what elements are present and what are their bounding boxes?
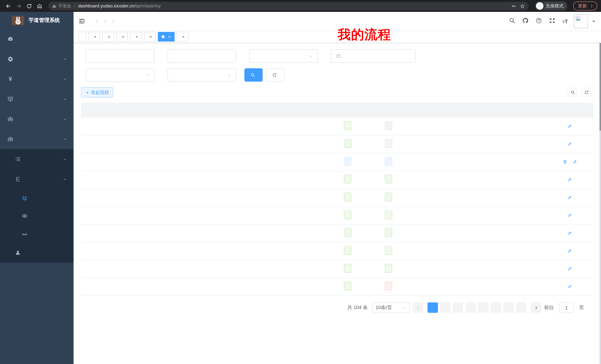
search-icon[interactable]: [509, 18, 516, 25]
sidebar-item-1[interactable]: [0, 49, 74, 69]
filter-input[interactable]: [86, 49, 155, 63]
filter-select[interactable]: [86, 68, 155, 82]
sidebar-item-3[interactable]: [0, 89, 74, 109]
filter-select[interactable]: [168, 68, 236, 82]
chevron-down-icon: [63, 117, 67, 121]
update-label: 更新: [578, 3, 587, 9]
filter-field: [244, 49, 318, 63]
next-page-button[interactable]: [531, 302, 541, 313]
result-badge: [385, 192, 392, 201]
tab-close-icon[interactable]: ×: [150, 34, 152, 39]
goto-page-input[interactable]: 1: [559, 302, 574, 313]
sidebar: 芋道管理系统 ¥: [0, 12, 74, 364]
page-button-1[interactable]: [428, 302, 438, 313]
sidebar-fold-icon[interactable]: [74, 12, 90, 30]
browser-reload-icon[interactable]: [25, 1, 33, 10]
status-badge: [344, 211, 351, 219]
sidebar-item-0[interactable]: [0, 29, 74, 49]
security-status[interactable]: 不安全: [52, 3, 71, 9]
tab-6[interactable]: ×: [158, 32, 174, 41]
help-icon[interactable]: [535, 18, 543, 25]
tab-1[interactable]: ×: [88, 32, 100, 41]
process-table: [81, 103, 594, 296]
action-detail-link[interactable]: [568, 284, 573, 288]
action-detail-link[interactable]: [568, 124, 573, 128]
tab-4[interactable]: ×: [130, 32, 142, 41]
toggle-search-button[interactable]: [568, 87, 578, 97]
sidebar-item-5[interactable]: [0, 129, 74, 149]
tab-7[interactable]: ×: [177, 32, 188, 41]
page-button-6[interactable]: [491, 302, 501, 313]
tab-2[interactable]: ×: [102, 32, 114, 41]
tab-close-icon[interactable]: ×: [94, 34, 96, 39]
tab-close-icon[interactable]: ×: [182, 34, 185, 39]
filter-daterange[interactable]: [331, 49, 416, 63]
browser-home-icon[interactable]: [35, 1, 44, 10]
sidebar-item-7[interactable]: [0, 169, 74, 189]
breadcrumb-separator: /: [104, 18, 106, 24]
fullscreen-icon[interactable]: [549, 18, 556, 25]
action-detail-link[interactable]: [568, 142, 573, 146]
page-button-4[interactable]: [465, 302, 476, 313]
user-avatar[interactable]: [574, 14, 588, 28]
tab-close-icon[interactable]: ×: [168, 34, 171, 39]
sidebar-item-11[interactable]: [0, 243, 74, 263]
tab-close-icon[interactable]: ×: [136, 34, 138, 39]
action-detail-link[interactable]: [568, 266, 573, 271]
sidebar-item-4[interactable]: [0, 109, 74, 129]
toolbox-icon: [7, 116, 13, 122]
browser-toolbar: 不安全 dashboard.yudao.iocoder.cn/bpm/task/…: [0, 0, 601, 12]
bookmark-star-icon[interactable]: [520, 3, 525, 8]
page-size-select[interactable]: 10条/页: [372, 302, 410, 313]
sidebar-item-2[interactable]: ¥: [0, 69, 74, 89]
address-bar[interactable]: 不安全 dashboard.yudao.iocoder.cn/bpm/task/…: [48, 2, 529, 10]
sidebar-item-8[interactable]: [0, 189, 74, 207]
sidebar-item-6[interactable]: [0, 149, 74, 169]
action-detail-link[interactable]: [568, 249, 573, 253]
search-button[interactable]: [244, 68, 263, 82]
cell-result: [368, 211, 409, 220]
menu-dots-icon[interactable]: [590, 4, 594, 8]
action-detail-link[interactable]: [568, 195, 573, 200]
tab-3[interactable]: ×: [116, 32, 128, 41]
action-detail-link[interactable]: [573, 159, 578, 164]
refresh-table-button[interactable]: [581, 87, 591, 97]
page-button-5[interactable]: [478, 302, 489, 313]
cell-status: [327, 175, 368, 185]
page-button-3[interactable]: [453, 302, 463, 313]
action-detail-link[interactable]: [568, 231, 573, 235]
chevron-down-icon: [63, 157, 67, 161]
tab-close-icon[interactable]: ×: [122, 34, 124, 39]
avatar-caret-icon[interactable]: [592, 19, 596, 23]
breadcrumb-separator: /: [112, 18, 114, 24]
plus-icon: [85, 90, 90, 95]
page-button-11[interactable]: [516, 302, 526, 313]
page-ellipsis[interactable]: [503, 302, 514, 313]
prev-page-button[interactable]: [413, 302, 423, 313]
sidebar-item-10[interactable]: [0, 225, 74, 243]
sidebar-item-9[interactable]: [0, 207, 74, 225]
filter-select[interactable]: [249, 49, 318, 63]
page-button-2[interactable]: [440, 302, 451, 313]
cell-result: [368, 139, 409, 149]
browser-update-button[interactable]: 更新: [573, 1, 597, 10]
browser-back-icon[interactable]: [4, 1, 13, 10]
refresh-icon: [272, 73, 277, 77]
tab-5[interactable]: ×: [144, 32, 156, 41]
reset-button[interactable]: [266, 68, 285, 82]
table-row: [81, 118, 594, 135]
action-detail-link[interactable]: [568, 177, 573, 182]
action-detail-link[interactable]: [568, 213, 573, 217]
filter-input[interactable]: [168, 49, 236, 63]
launch-process-button[interactable]: 发起流程: [81, 87, 113, 98]
key-icon[interactable]: [511, 3, 516, 8]
font-size-icon[interactable]: TT: [562, 18, 568, 24]
action-cancel-link[interactable]: [563, 159, 568, 164]
tab-close-icon[interactable]: ×: [108, 34, 110, 39]
result-badge: [385, 246, 392, 255]
url-path: /bpm/task/my: [134, 3, 161, 9]
github-icon[interactable]: [522, 18, 530, 25]
tab-0[interactable]: [79, 32, 86, 41]
status-badge: [344, 139, 351, 148]
browser-forward-icon[interactable]: [14, 1, 23, 10]
